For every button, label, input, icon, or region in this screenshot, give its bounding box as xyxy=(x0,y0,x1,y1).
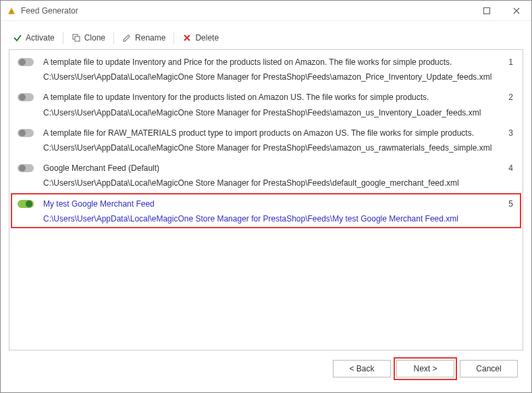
wizard-footer: < Back Next > Cancel xyxy=(9,350,523,384)
check-icon xyxy=(13,33,22,43)
feed-index: 1 xyxy=(502,57,513,67)
back-button[interactable]: < Back xyxy=(333,360,391,377)
titlebar: Feed Generator xyxy=(1,1,531,21)
feed-title: A template file to update Inventory for … xyxy=(43,92,496,103)
clone-icon xyxy=(72,33,81,43)
activate-label: Activate xyxy=(26,33,55,43)
svg-rect-0 xyxy=(484,7,490,14)
feed-row-body: A template file to update Inventory and … xyxy=(43,57,496,82)
feed-row[interactable]: A template file to update Inventory and … xyxy=(11,51,521,86)
feed-row[interactable]: A template file to update Inventory for … xyxy=(11,86,521,122)
activate-toggle[interactable] xyxy=(18,129,34,137)
toolbar-separator xyxy=(174,32,174,44)
activate-button[interactable]: Activate xyxy=(9,32,59,44)
next-button[interactable]: Next > xyxy=(396,360,454,377)
feed-index: 5 xyxy=(502,199,513,209)
feed-list[interactable]: A template file to update Inventory and … xyxy=(9,49,523,350)
delete-label: Delete xyxy=(195,33,219,43)
feed-generator-window: Feed Generator Activate Clone xyxy=(0,0,532,393)
feed-row[interactable]: Google Merchant Feed (Default)C:\Users\U… xyxy=(11,157,521,192)
window-title: Feed Generator xyxy=(21,6,472,16)
maximize-button[interactable] xyxy=(472,1,502,21)
feed-row-body: A template file for RAW_MATERIALS produc… xyxy=(43,128,496,153)
feed-title: Google Merchant Feed (Default) xyxy=(43,163,496,174)
feed-path: C:\Users\User\AppData\Local\eMagicOne St… xyxy=(43,72,496,82)
delete-icon xyxy=(182,33,192,43)
svg-rect-2 xyxy=(75,36,80,41)
feed-row-body: My test Google Merchant FeedC:\Users\Use… xyxy=(43,199,496,224)
close-button[interactable] xyxy=(502,1,531,21)
toolbar-separator xyxy=(113,32,114,44)
feed-path: C:\Users\User\AppData\Local\eMagicOne St… xyxy=(43,107,496,118)
toolbar: Activate Clone Rename Dele xyxy=(9,29,523,49)
feed-row[interactable]: My test Google Merchant FeedC:\Users\Use… xyxy=(11,193,521,228)
feed-path: C:\Users\User\AppData\Local\eMagicOne St… xyxy=(43,178,496,188)
toolbar-separator xyxy=(63,32,63,44)
toggle-column xyxy=(18,128,36,137)
activate-toggle[interactable] xyxy=(18,200,34,208)
window-controls xyxy=(472,1,531,21)
feed-row-body: A template file to update Inventory for … xyxy=(43,92,496,117)
rename-label: Rename xyxy=(135,33,165,43)
cancel-button[interactable]: Cancel xyxy=(460,360,518,377)
feed-title: A template file to update Inventory and … xyxy=(43,57,496,68)
toggle-column xyxy=(18,163,36,172)
feed-path: C:\Users\User\AppData\Local\eMagicOne St… xyxy=(43,142,496,153)
feed-row-body: Google Merchant Feed (Default)C:\Users\U… xyxy=(43,163,496,188)
activate-toggle[interactable] xyxy=(18,164,34,172)
toggle-column xyxy=(18,199,36,208)
toggle-column xyxy=(18,92,36,101)
rename-button[interactable]: Rename xyxy=(118,32,169,44)
feed-path: C:\Users\User\AppData\Local\eMagicOne St… xyxy=(43,213,496,224)
content-area: Activate Clone Rename Dele xyxy=(1,21,531,392)
feed-title: A template file for RAW_MATERIALS produc… xyxy=(43,128,496,138)
clone-label: Clone xyxy=(84,33,105,43)
feed-index: 3 xyxy=(502,128,513,138)
activate-toggle[interactable] xyxy=(18,58,34,66)
feed-index: 2 xyxy=(502,92,513,102)
clone-button[interactable]: Clone xyxy=(68,32,109,44)
feed-index: 4 xyxy=(502,163,513,173)
pencil-icon xyxy=(122,33,132,43)
feed-title: My test Google Merchant Feed xyxy=(43,199,496,209)
feed-row[interactable]: A template file for RAW_MATERIALS produc… xyxy=(11,122,521,157)
app-icon xyxy=(6,5,17,16)
toggle-column xyxy=(18,57,36,66)
activate-toggle[interactable] xyxy=(18,93,34,101)
delete-button[interactable]: Delete xyxy=(178,32,223,44)
